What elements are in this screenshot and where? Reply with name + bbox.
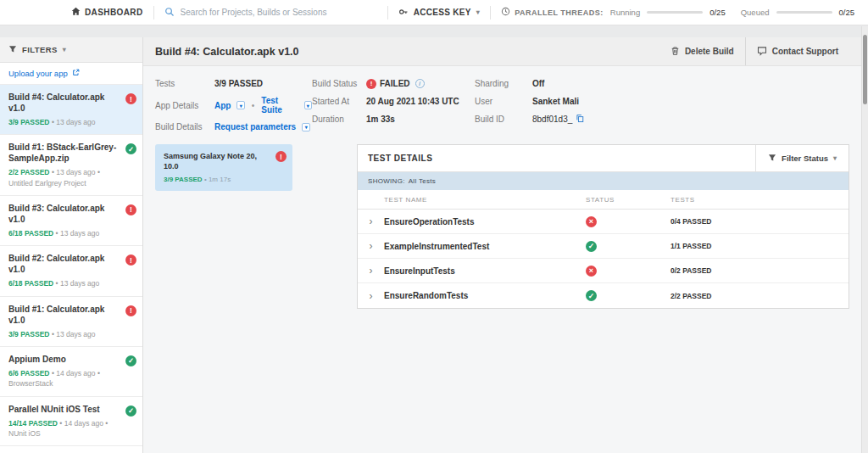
access-key-menu[interactable]: ACCESS KEY ▾ [398,7,480,19]
app-dropdown-icon[interactable]: ▾ [236,101,244,109]
dashboard-nav[interactable]: DASHBOARD [71,7,143,18]
build-status-label: Build Status [312,79,366,88]
delete-build-label: Delete Build [685,47,734,56]
chevron-down-icon: ▾ [476,8,480,16]
build-details-label: Build Details [155,122,214,131]
page-title: Build #4: Calculator.apk v1.0 [155,46,659,58]
test-row[interactable]: › ExampleInstrumentedTest 1/1 PASSED [358,234,849,259]
build-list-item[interactable]: Build #4: Calculator.apk v1.0 3/9 PASSED… [0,85,142,135]
top-navigation-bar: DASHBOARD ACCESS KEY ▾ PARALLEL THREADS:… [0,0,868,25]
build-list-item[interactable]: Build #3: Calculator.apk v1.0 6/18 PASSE… [0,196,142,246]
app-link[interactable]: App [214,101,231,110]
build-name: Build #1: BStack-EarlGrey-SampleApp.zip [8,142,122,164]
test-row[interactable]: › EnsureInputTests 0/2 PASSED [358,259,849,283]
device-session-card[interactable]: Samsung Galaxy Note 20, 10.0 3/9 PASSED … [155,144,292,191]
queued-progress-bar [776,11,832,14]
build-list-item[interactable]: Appium Demo 6/6 PASSED • 14 days ago • B… [0,347,142,397]
col-status: STATUS [586,196,670,204]
test-suite-link[interactable]: Test Suite [261,96,298,115]
running-label: Running [610,8,640,17]
build-meta: • 13 days ago [52,118,96,126]
vertical-scrollbar[interactable] [861,26,868,453]
started-at-label: Started At [312,97,366,106]
build-status-value: FAILED [380,79,410,88]
build-name: Build #3: Calculator.apk v1.0 [8,203,122,225]
home-icon [71,7,81,18]
parallel-threads-label: PARALLEL THREADS: [515,8,604,17]
build-list-item[interactable]: Build #1: BStack-EarlGrey-SampleApp.zip … [0,135,142,196]
expand-chevron-icon: › [358,216,384,226]
build-list-item[interactable]: Build #1: Calculator.apk v1.0 3/9 PASSED… [0,297,142,347]
test-row[interactable]: › EnsureOperationTests 0/4 PASSED [358,210,849,234]
build-stat: 3/9 PASSED [8,330,50,338]
showing-label: SHOWING: [368,177,405,185]
build-summary: Tests 3/9 PASSED App Details App▾ • Test… [143,66,861,136]
test-row[interactable]: › EnsureRandomTests 2/2 PASSED [358,283,849,308]
test-count: 0/2 PASSED [670,266,849,275]
request-parameters-link[interactable]: Request parameters [214,122,296,131]
copy-icon[interactable] [576,114,584,125]
device-name: Samsung Galaxy Note 20, 10.0 [164,152,274,171]
build-stat: 6/6 PASSED [8,369,50,378]
parallel-threads-status: PARALLEL THREADS: Running 0/25 Queued 0/… [501,7,868,18]
expand-chevron-icon: › [358,291,384,301]
search-input[interactable] [181,8,377,17]
expand-chevron-icon: › [358,266,384,276]
test-count: 1/1 PASSED [670,242,849,250]
build-list-item[interactable]: First NUnit iOS Test 10 SESSIONS • 14 da… [0,446,142,453]
col-test-name: TEST NAME [358,196,586,204]
failed-icon [366,79,376,89]
search-icon [164,5,175,20]
contact-support-button[interactable]: Contact Support [745,37,849,65]
scrollbar-thumb[interactable] [863,35,867,104]
global-search[interactable] [164,5,377,20]
filters-label: FILTERS [22,45,58,54]
upload-link-label: Upload your app [8,69,68,78]
test-table-header: TEST NAME STATUS TESTS [358,190,849,210]
test-details-panel: TEST DETAILS Filter Status ▾ SHOWING: Al… [357,144,849,309]
build-detail-main: Build #4: Calculator.apk v1.0 Delete Bui… [143,37,861,453]
build-id-value: 8bdf01d3_ [532,115,572,124]
status-badge [125,355,136,366]
duration-label: Duration [312,115,366,124]
user-label: User [475,97,532,106]
contact-support-label: Contact Support [772,47,838,56]
build-list-item[interactable]: Build #2: Calculator.apk v1.0 6/18 PASSE… [0,246,142,296]
app-details-label: App Details [155,101,214,110]
filters-toggle[interactable]: FILTERS ▾ [0,37,142,63]
running-progress-bar [647,11,703,14]
device-stat: 3/9 PASSED [164,176,203,183]
build-list-item[interactable]: Parallel NUnit iOS Test 14/14 PASSED • 1… [0,397,142,447]
test-suite-dropdown-icon[interactable]: ▾ [304,101,312,109]
divider [387,6,388,20]
external-link-icon [72,69,80,78]
info-icon[interactable]: i [415,79,425,88]
builds-sidebar: FILTERS ▾ Upload your app Build #4: Calc… [0,37,143,453]
build-name: Parallel NUnit iOS Test [8,404,122,415]
access-key-label: ACCESS KEY [414,8,471,17]
col-tests: TESTS [670,196,849,204]
chevron-down-icon: ▾ [833,154,837,162]
build-stat: 2/2 PASSED [8,168,50,176]
divider [490,6,491,20]
request-parameters-dropdown-icon[interactable]: ▾ [302,123,310,131]
key-icon [398,7,409,19]
delete-build-button[interactable]: Delete Build [659,37,745,65]
build-stat: 6/18 PASSED [8,229,53,238]
build-stat: 14/14 PASSED [8,419,58,428]
status-badge [125,305,136,316]
build-id-label: Build ID [475,115,532,124]
status-icon [586,266,597,277]
upload-app-link[interactable]: Upload your app [0,63,142,85]
status-icon [586,216,597,227]
build-meta: • 13 days ago [52,330,96,338]
user-value: Sanket Mali [532,97,579,106]
build-meta: • 13 days ago [56,229,100,238]
build-name: Build #2: Calculator.apk v1.0 [8,253,122,275]
status-badge [125,405,136,417]
test-name: ExampleInstrumentedTest [384,242,586,251]
status-badge [125,204,136,215]
build-name: Appium Demo [8,354,122,365]
filter-status-button[interactable]: Filter Status ▾ [755,145,849,171]
separator-dot: • [252,101,255,110]
